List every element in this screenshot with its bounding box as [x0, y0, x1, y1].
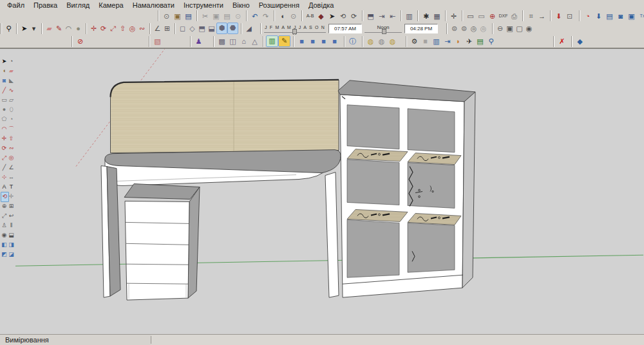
menu-item-1[interactable]: Правка — [29, 1, 62, 10]
cone-tool-icon[interactable]: ◣ — [8, 76, 15, 85]
undo-icon[interactable]: ↶ — [249, 11, 260, 21]
menu-item-0[interactable]: Файл — [3, 1, 29, 10]
redo-icon[interactable]: ↷ — [260, 11, 271, 21]
shelf-unit[interactable] — [338, 80, 475, 297]
paint-bucket-icon[interactable]: ◖ — [277, 11, 288, 21]
info-circle-icon[interactable]: ⊙ — [288, 11, 299, 21]
photo-blue-icon[interactable]: ◙ — [615, 11, 626, 21]
scene-square-3-icon[interactable]: ■ — [318, 36, 329, 46]
export-page-icon[interactable]: ▤ — [604, 11, 615, 21]
solid-intersect-icon[interactable]: ⬣ — [227, 23, 238, 34]
shadow-light-icon[interactable]: ◎ — [478, 23, 488, 33]
menu-item-4[interactable]: Намалювати — [128, 1, 179, 10]
axes-grid-icon[interactable]: ⊞ — [162, 23, 172, 33]
eraser-icon[interactable]: ▰ — [44, 23, 54, 33]
no-entry-red-icon[interactable]: ⊘ — [75, 36, 86, 46]
ab-label-icon[interactable]: A-B — [305, 11, 316, 21]
text-tool-icon[interactable]: A — [1, 182, 8, 191]
scene-blue-1-tool-icon[interactable]: ◧ — [1, 240, 8, 249]
pan-orbit-icon[interactable]: ⟲ — [337, 11, 348, 21]
move-tool-icon[interactable]: ✛ — [1, 134, 8, 143]
unlock-icon[interactable]: ▢ — [515, 23, 524, 33]
yellow-pencil-icon[interactable]: ✎ — [278, 35, 290, 47]
tx-filter-icon[interactable]: Tx — [637, 11, 644, 21]
menu-item-3[interactable]: Камера — [94, 1, 128, 10]
gear-icon[interactable]: ✱ — [421, 11, 431, 21]
shadow-dark-icon[interactable]: ◎ — [469, 23, 478, 33]
image-tool-icon[interactable]: ▧ — [152, 36, 163, 46]
drawer-front[interactable] — [125, 201, 189, 300]
select-dropdown-icon[interactable]: ▾ — [29, 23, 39, 33]
target-point-icon[interactable]: ⊕ — [487, 11, 498, 21]
circle-tool-icon[interactable]: ● — [1, 105, 8, 114]
pencil-line-icon[interactable]: ✎ — [54, 23, 64, 33]
previous-view-tool-icon[interactable]: ↩ — [8, 211, 15, 220]
menu-item-2[interactable]: Вигляд — [62, 1, 94, 10]
soften-wedge-icon[interactable]: ◢ — [244, 23, 254, 33]
two-point-arc-tool-icon[interactable]: ⌒ — [8, 124, 15, 133]
zoom-tool-icon[interactable]: ⊕ — [1, 201, 8, 210]
sphere-gold-2-icon[interactable]: ◍ — [387, 36, 398, 46]
sphere-gray-icon[interactable]: ◍ — [376, 36, 387, 46]
walk-tool-icon[interactable]: ‖ — [8, 221, 15, 230]
shadow-end-time-field[interactable]: 04:28 PM — [404, 24, 438, 33]
sheet-green-icon[interactable]: ▤ — [475, 36, 486, 46]
eraser-tool-icon[interactable]: ▰ — [8, 66, 15, 75]
cube-blue-yellow-icon[interactable]: ◆ — [574, 36, 585, 46]
rotate-view-tool-icon[interactable]: ◔ — [8, 57, 15, 66]
measurements-input[interactable] — [151, 335, 644, 345]
grid-table-icon[interactable]: ▦ — [431, 11, 442, 21]
menu-item-7[interactable]: Розширення — [254, 1, 304, 10]
magnifier-icon[interactable]: ⚲ — [4, 23, 14, 33]
arc-icon[interactable]: ◠ — [64, 23, 73, 33]
dxf-export-icon[interactable]: DXF — [498, 11, 509, 21]
follow-me-icon[interactable]: ∾ — [137, 23, 147, 33]
bucket-blue-tool-icon[interactable]: ◙ — [1, 76, 8, 85]
scene-blue-4-tool-icon[interactable]: ◪ — [8, 250, 15, 259]
section-plane-tool-tool-icon[interactable]: ⬓ — [8, 230, 15, 239]
zoom-extents-tool-icon[interactable]: ⤢ — [1, 211, 8, 220]
offset-tool-icon[interactable]: ◎ — [8, 153, 15, 162]
cut-icon[interactable]: ✂ — [200, 11, 211, 21]
pie-tool-icon[interactable]: ◔ — [8, 115, 15, 124]
arc-tool-icon[interactable]: ◠ — [1, 124, 8, 133]
tape-measure-tool-icon[interactable]: ╱ — [1, 163, 8, 172]
time-slider-thumb[interactable] — [382, 29, 386, 34]
cnc-machine-icon[interactable]: ⚙ — [409, 36, 420, 46]
model-viewport[interactable] — [0, 49, 644, 335]
ellipse-tool-icon[interactable]: ⬯ — [8, 105, 15, 114]
line-tool-icon[interactable]: ╱ — [1, 86, 8, 95]
lock-blue-icon[interactable]: ▣ — [626, 11, 637, 21]
minus-circle-icon[interactable]: ⊖ — [495, 23, 505, 33]
solid-union-icon[interactable]: ⬒ — [197, 23, 207, 33]
shadow-toggle-icon[interactable]: ⊜ — [450, 23, 459, 33]
dimensions-tool-icon[interactable]: ↔ — [8, 172, 15, 182]
desk-back-panel[interactable] — [111, 80, 339, 153]
clamp-icon[interactable]: ⇥ — [442, 36, 453, 46]
drawer-top[interactable] — [124, 184, 200, 200]
clock-red-icon[interactable]: ◔ — [582, 11, 593, 21]
solid-outline-icon[interactable]: ◇ — [187, 23, 197, 33]
screws-icon[interactable]: ≡ — [420, 36, 431, 46]
3d-text-tool-icon[interactable]: T — [8, 182, 15, 191]
month-slider-thumb[interactable] — [292, 29, 297, 34]
select-tool-icon[interactable]: ➤ — [1, 57, 8, 66]
sphere-gold-1-icon[interactable]: ◍ — [365, 36, 376, 46]
scene-square-2-icon[interactable]: ■ — [307, 36, 318, 46]
circle-shape-icon[interactable]: ● — [73, 23, 83, 33]
search-blue-icon[interactable]: ⚲ — [486, 36, 497, 46]
scene-square-4-icon[interactable]: ■ — [329, 36, 340, 46]
section-plane-icon[interactable]: ⬒ — [365, 11, 376, 21]
record-dot-icon[interactable]: ⊡ — [564, 11, 575, 21]
rotate-tool-icon[interactable]: ⟳ — [1, 144, 8, 153]
menu-item-6[interactable]: Вікно — [228, 1, 254, 10]
tag-icon[interactable]: ◆ — [316, 11, 327, 21]
rect-copy-icon[interactable]: ▭ — [476, 11, 487, 21]
save-model-icon[interactable]: ▤ — [183, 11, 194, 21]
follow-me-tool-icon[interactable]: ∾ — [8, 144, 15, 153]
solid-subtract-icon[interactable]: ⬓ — [207, 23, 216, 33]
rotate-view-icon[interactable]: ⟳ — [348, 11, 359, 21]
print-icon[interactable]: ⎙ — [509, 11, 520, 21]
rect-export-icon[interactable]: ▭ — [465, 11, 476, 21]
open-model-icon[interactable]: ▣ — [172, 11, 183, 21]
